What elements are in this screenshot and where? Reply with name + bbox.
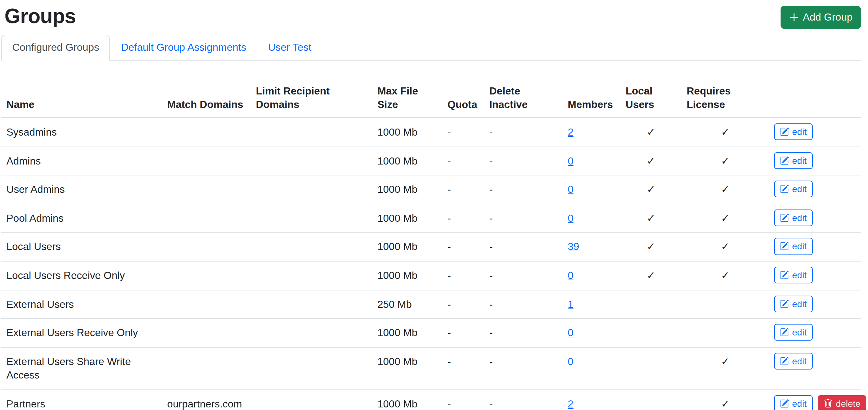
delete-inactive-cell: -	[484, 118, 563, 147]
edit-button-label: edit	[792, 126, 807, 137]
table-row: Sysadmins 1000 Mb - - 2 ✓ ✓ edit	[1, 118, 861, 147]
edit-button-label: edit	[792, 183, 807, 195]
edit-button[interactable]: edit	[774, 395, 812, 410]
delete-inactive-cell: -	[484, 290, 563, 318]
requires-license-check: ✓	[682, 233, 769, 261]
edit-button[interactable]: edit	[774, 267, 812, 283]
table-row: Pool Admins 1000 Mb - - 0 ✓ ✓ edit	[1, 204, 861, 233]
edit-button[interactable]: edit	[774, 152, 812, 169]
tab-configured-groups[interactable]: Configured Groups	[1, 35, 110, 61]
max-file-size-cell: 1000 Mb	[372, 390, 442, 410]
edit-button[interactable]: edit	[774, 181, 812, 197]
edit-button-label: edit	[792, 398, 807, 409]
quota-cell: -	[442, 204, 484, 233]
pencil-square-icon	[780, 299, 789, 308]
limit-recipient-domains-cell	[251, 261, 372, 290]
members-count-link[interactable]: 0	[568, 356, 574, 367]
members-count-link[interactable]: 0	[568, 213, 574, 224]
column-header-delete-inactive: Delete Inactive	[484, 79, 563, 118]
add-group-button[interactable]: Add Group	[780, 6, 861, 29]
limit-recipient-domains-cell	[251, 347, 372, 389]
edit-button[interactable]: edit	[774, 123, 812, 140]
edit-button[interactable]: edit	[774, 295, 812, 312]
column-header-local-users: Local Users	[620, 79, 682, 118]
members-count-link[interactable]: 1	[568, 298, 574, 309]
actions-cell: edit	[769, 261, 861, 290]
limit-recipient-domains-cell	[251, 233, 372, 261]
tab-user-test[interactable]: User Test	[257, 35, 322, 61]
delete-inactive-cell: -	[484, 233, 563, 261]
local-users-check: ✓	[620, 233, 682, 261]
table-row: Local Users 1000 Mb - - 39 ✓ ✓ edit	[1, 233, 861, 261]
edit-button-label: edit	[792, 241, 807, 252]
max-file-size-cell: 1000 Mb	[372, 347, 442, 389]
local-users-check: ✓	[620, 204, 682, 233]
max-file-size-cell: 1000 Mb	[372, 318, 442, 347]
members-count-link[interactable]: 0	[568, 155, 574, 166]
match-domains-cell	[162, 147, 251, 175]
members-count-link[interactable]: 0	[568, 270, 574, 281]
plus-icon	[788, 12, 799, 23]
groups-page: Groups Add Group Configured Groups Defau…	[0, 0, 868, 410]
tab-bar: Configured Groups Default Group Assignme…	[1, 35, 861, 61]
table-row: Admins 1000 Mb - - 0 ✓ ✓ edit	[1, 147, 861, 175]
column-header-actions	[769, 79, 861, 118]
delete-button-label: delete	[836, 398, 860, 409]
delete-inactive-cell: -	[484, 347, 563, 389]
group-name-cell: External Users Receive Only	[1, 318, 162, 347]
edit-button[interactable]: edit	[774, 352, 812, 369]
groups-table: Name Match Domains Limit Recipient Domai…	[1, 79, 861, 410]
delete-button[interactable]: delete	[818, 395, 866, 410]
requires-license-check: ✓	[682, 347, 769, 389]
tab-default-group-assignments[interactable]: Default Group Assignments	[110, 35, 257, 61]
members-cell: 0	[563, 347, 620, 389]
match-domains-cell	[162, 318, 251, 347]
column-header-requires-license: Requires License	[682, 79, 769, 118]
local-users-check	[620, 318, 682, 347]
actions-cell: edit delete	[769, 390, 861, 410]
members-cell: 0	[563, 318, 620, 347]
pencil-square-icon	[780, 399, 789, 408]
edit-button-label: edit	[792, 326, 807, 338]
max-file-size-cell: 1000 Mb	[372, 233, 442, 261]
group-name-cell: External Users	[1, 290, 162, 318]
group-name-cell: Local Users	[1, 233, 162, 261]
column-header-members: Members	[563, 79, 620, 118]
column-header-quota: Quota	[442, 79, 484, 118]
match-domains-cell	[162, 347, 251, 389]
pencil-square-icon	[780, 127, 789, 136]
edit-button-label: edit	[792, 269, 807, 281]
members-count-link[interactable]: 0	[568, 184, 574, 195]
quota-cell: -	[442, 118, 484, 147]
limit-recipient-domains-cell	[251, 318, 372, 347]
local-users-check	[620, 390, 682, 410]
members-cell: 1	[563, 290, 620, 318]
limit-recipient-domains-cell	[251, 390, 372, 410]
edit-button-label: edit	[792, 298, 807, 309]
members-count-link[interactable]: 39	[568, 241, 579, 252]
table-row: User Admins 1000 Mb - - 0 ✓ ✓ edit	[1, 175, 861, 204]
delete-inactive-cell: -	[484, 318, 563, 347]
local-users-check	[620, 347, 682, 389]
members-count-link[interactable]: 0	[568, 327, 574, 338]
edit-button[interactable]: edit	[774, 238, 812, 255]
members-cell: 2	[563, 118, 620, 147]
max-file-size-cell: 1000 Mb	[372, 147, 442, 175]
actions-cell: edit	[769, 347, 861, 389]
members-count-link[interactable]: 2	[568, 399, 574, 409]
delete-inactive-cell: -	[484, 175, 563, 204]
actions-cell: edit	[769, 204, 861, 233]
edit-button[interactable]: edit	[774, 324, 812, 341]
match-domains-cell	[162, 175, 251, 204]
members-count-link[interactable]: 2	[568, 127, 574, 137]
column-header-match-domains: Match Domains	[162, 79, 251, 118]
match-domains-cell	[162, 261, 251, 290]
edit-button[interactable]: edit	[774, 210, 812, 226]
limit-recipient-domains-cell	[251, 204, 372, 233]
requires-license-check	[682, 318, 769, 347]
requires-license-check: ✓	[682, 261, 769, 290]
table-row: External Users Receive Only 1000 Mb - - …	[1, 318, 861, 347]
table-header: Name Match Domains Limit Recipient Domai…	[1, 79, 861, 118]
quota-cell: -	[442, 318, 484, 347]
pencil-square-icon	[780, 357, 789, 366]
